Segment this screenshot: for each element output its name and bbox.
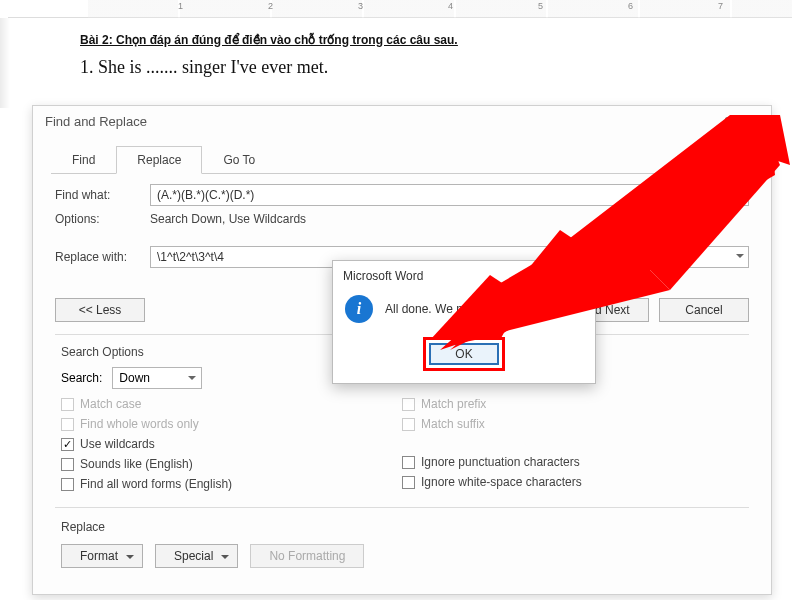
document-heading: Bài 2: Chọn đáp án đúng để điền vào chỗ … (80, 28, 720, 49)
checkbox-box (61, 418, 74, 431)
format-button[interactable]: Format (61, 544, 143, 568)
checkbox-label: Match suffix (421, 417, 485, 431)
checkbox-label: Find whole words only (80, 417, 199, 431)
search-direction-select[interactable]: Down (112, 367, 202, 389)
ok-button[interactable]: OK (429, 343, 499, 365)
special-button[interactable]: Special (155, 544, 238, 568)
dialog-close-button[interactable]: ✕ (749, 115, 759, 129)
options-value: Search Down, Use Wildcards (150, 212, 749, 226)
dialog-titlebar[interactable]: Find and Replace ? ✕ (33, 106, 771, 137)
message-box-title: Microsoft Word (343, 269, 423, 283)
checkbox-label: Ignore white-space characters (421, 475, 582, 489)
checkbox-match-case: Match case (61, 397, 402, 411)
document-area: 1 2 3 4 5 6 7 Bài 2: Chọn đáp án đúng để… (0, 0, 800, 108)
ok-highlight: OK (423, 337, 505, 371)
checkbox-box[interactable] (402, 476, 415, 489)
find-what-label: Find what: (55, 188, 150, 202)
message-box: Microsoft Word ✕ i All done. We made 5 r… (332, 260, 596, 384)
message-box-close[interactable]: ✕ (575, 269, 585, 283)
message-box-text: All done. We made 5 replacements. (385, 302, 575, 316)
checkbox-box (402, 398, 415, 411)
checkbox-box (402, 418, 415, 431)
checkbox-ignore-white-space-characters[interactable]: Ignore white-space characters (402, 475, 743, 489)
dialog-help-button[interactable]: ? (724, 115, 731, 129)
checkbox-box[interactable] (61, 438, 74, 451)
checkbox-box[interactable] (61, 478, 74, 491)
search-direction-label: Search: (61, 371, 102, 385)
dialog-tabs: Find Replace Go To (51, 145, 753, 174)
dialog-title: Find and Replace (45, 114, 147, 129)
checkbox-label: Sounds like (English) (80, 457, 193, 471)
replace-with-label: Replace with: (55, 250, 150, 264)
checkbox-label: Use wildcards (80, 437, 155, 451)
document-line: 1. She is ....... singer I've ever met. (80, 57, 720, 78)
checkbox-label: Ignore punctuation characters (421, 455, 580, 469)
find-what-input[interactable] (150, 184, 749, 206)
no-formatting-button: No Formatting (250, 544, 364, 568)
checkbox-ignore-punctuation-characters[interactable]: Ignore punctuation characters (402, 455, 743, 469)
tab-goto[interactable]: Go To (202, 146, 276, 174)
checkbox-sounds-like-english-[interactable]: Sounds like (English) (61, 457, 402, 471)
checkbox-box[interactable] (61, 458, 74, 471)
replace-section-heading: Replace (61, 520, 743, 534)
document-body[interactable]: Bài 2: Chọn đáp án đúng để điền vào chỗ … (0, 18, 800, 108)
checkbox-use-wildcards[interactable]: Use wildcards (61, 437, 402, 451)
cancel-button[interactable]: Cancel (659, 298, 749, 322)
tab-replace[interactable]: Replace (116, 146, 202, 174)
info-icon: i (345, 295, 373, 323)
checkbox-match-prefix: Match prefix (402, 397, 743, 411)
options-label: Options: (55, 212, 150, 226)
checkbox-box (61, 398, 74, 411)
checkbox-label: Match prefix (421, 397, 486, 411)
less-button[interactable]: << Less (55, 298, 145, 322)
checkbox-box[interactable] (402, 456, 415, 469)
tab-find[interactable]: Find (51, 146, 116, 174)
checkbox-match-suffix: Match suffix (402, 417, 743, 431)
checkbox-find-whole-words-only: Find whole words only (61, 417, 402, 431)
checkbox-find-all-word-forms-english-[interactable]: Find all word forms (English) (61, 477, 402, 491)
checkbox-label: Find all word forms (English) (80, 477, 232, 491)
checkbox-label: Match case (80, 397, 141, 411)
ruler: 1 2 3 4 5 6 7 (8, 0, 792, 18)
